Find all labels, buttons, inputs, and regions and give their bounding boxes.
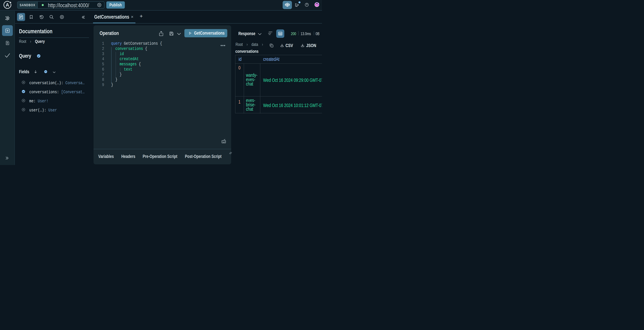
svg-text:A: A <box>6 2 9 7</box>
